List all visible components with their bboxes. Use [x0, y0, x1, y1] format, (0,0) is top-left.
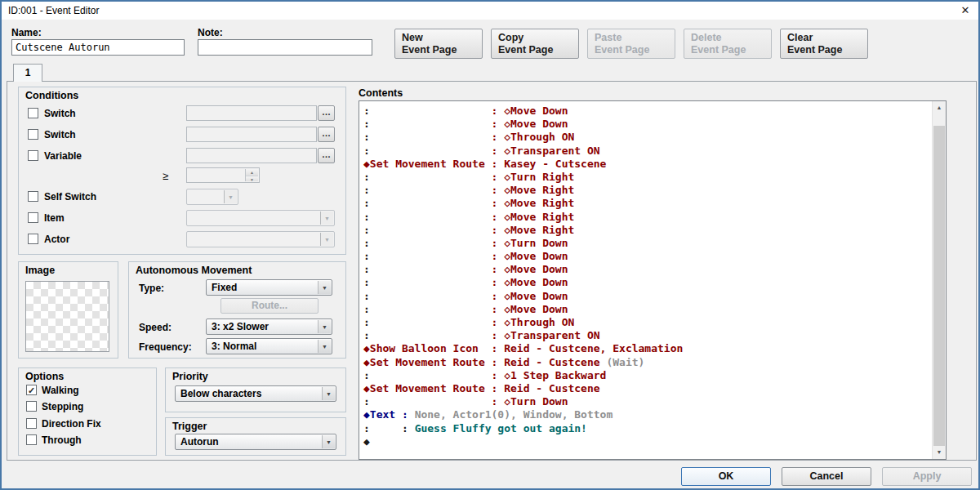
- item-select: ▼: [186, 210, 335, 226]
- movement-frequency-value: 3: Normal: [212, 341, 256, 352]
- button-label: Delete: [691, 32, 771, 44]
- new-event-page-button[interactable]: New Event Page: [394, 29, 483, 59]
- priority-value: Below characters: [180, 388, 261, 399]
- spin-down-icon[interactable]: ▼: [246, 176, 258, 182]
- through-label: Through: [42, 434, 82, 446]
- button-label: New: [402, 32, 482, 44]
- copy-event-page-button[interactable]: Copy Event Page: [491, 29, 579, 59]
- movement-frequency-select[interactable]: 3: Normal ▼: [206, 338, 332, 354]
- walking-label: Walking: [42, 385, 79, 396]
- stepping-label: Stepping: [42, 401, 83, 412]
- self-switch-select: ▼: [186, 189, 238, 205]
- switch2-checkbox[interactable]: [28, 129, 38, 140]
- movement-type-value: Fixed: [212, 282, 237, 293]
- variable-value-spinner[interactable]: ▲ ▼: [186, 167, 260, 183]
- event-command-row[interactable]: : : ◇Move Down: [363, 250, 930, 263]
- button-label: Copy: [498, 32, 578, 44]
- priority-title: Priority: [172, 371, 208, 382]
- event-command-row[interactable]: : : ◇Transparent ON: [363, 329, 930, 342]
- variable-browse-button[interactable]: …: [318, 148, 335, 163]
- clear-event-page-button[interactable]: Clear Event Page: [780, 29, 868, 59]
- paste-event-page-button: Paste Event Page: [587, 29, 675, 59]
- priority-select[interactable]: Below characters ▼: [175, 385, 336, 402]
- event-command-row[interactable]: : : ◇Move Right: [363, 184, 930, 197]
- direction-fix-label: Direction Fix: [42, 418, 101, 430]
- variable-field: [186, 148, 317, 163]
- chevron-down-icon: ▼: [318, 281, 331, 294]
- actor-checkbox[interactable]: [28, 234, 38, 244]
- through-checkbox[interactable]: [26, 434, 37, 445]
- chevron-down-icon: ▼: [322, 387, 335, 400]
- switch1-browse-button[interactable]: …: [318, 105, 335, 121]
- event-command-row[interactable]: ◆Set Movement Route : Kasey - Cutscene: [363, 158, 930, 171]
- button-label: Event Page: [498, 44, 578, 56]
- switch1-field: [186, 105, 317, 121]
- titlebar: ID:001 - Event Editor ✕: [2, 2, 978, 20]
- tab-page-1[interactable]: 1: [13, 64, 42, 82]
- spin-up-icon[interactable]: ▲: [246, 169, 258, 176]
- event-command-row[interactable]: ◆: [363, 435, 930, 448]
- event-command-row[interactable]: : : ◇Turn Down: [363, 237, 930, 250]
- event-command-row[interactable]: : : ◇Turn Right: [363, 171, 930, 184]
- event-editor-window: ID:001 - Event Editor ✕ Name: Note: New …: [0, 0, 980, 490]
- close-icon[interactable]: ✕: [954, 2, 977, 20]
- event-command-row[interactable]: : : ◇Turn Down: [363, 395, 930, 408]
- chevron-down-icon: ▼: [318, 340, 331, 353]
- self-switch-checkbox[interactable]: [28, 191, 38, 202]
- spinner-buttons: ▲ ▼: [245, 169, 258, 181]
- event-command-row[interactable]: : : ◇Move Right: [363, 211, 930, 224]
- event-command-row[interactable]: : : ◇Through ON: [363, 316, 930, 329]
- event-command-row[interactable]: : : ◇Transparent ON: [363, 145, 930, 158]
- scrollbar-thumb[interactable]: [933, 126, 945, 446]
- event-command-row[interactable]: : : ◇Move Down: [363, 263, 930, 276]
- switch2-browse-button[interactable]: …: [318, 127, 335, 142]
- contents-title: Contents: [359, 87, 403, 99]
- event-command-row[interactable]: : : ◇1 Step Backward: [363, 369, 930, 382]
- event-command-row[interactable]: : : ◇Through ON: [363, 131, 930, 144]
- event-command-row[interactable]: : : ◇Move Down: [363, 303, 930, 316]
- button-label: Event Page: [402, 44, 482, 56]
- apply-button: Apply: [882, 467, 972, 486]
- walking-checkbox[interactable]: ✓: [26, 385, 37, 395]
- direction-fix-checkbox[interactable]: [26, 418, 37, 429]
- event-command-row[interactable]: : : ◇Move Down: [363, 276, 930, 289]
- variable-label: Variable: [44, 150, 82, 162]
- note-input[interactable]: [198, 39, 372, 56]
- event-command-row[interactable]: : : ◇Move Right: [363, 197, 930, 210]
- trigger-select[interactable]: Autorun ▼: [175, 434, 336, 450]
- event-command-row[interactable]: : : Guess Fluffy got out again!: [363, 422, 930, 435]
- variable-checkbox[interactable]: [28, 150, 38, 161]
- switch1-checkbox[interactable]: [28, 108, 38, 118]
- movement-type-select[interactable]: Fixed ▼: [206, 279, 332, 296]
- scroll-down-icon[interactable]: ▼: [933, 446, 946, 459]
- item-checkbox[interactable]: [28, 212, 38, 223]
- event-command-row[interactable]: ◆Text : None, Actor1(0), Window, Bottom: [363, 408, 930, 421]
- autonomous-movement-title: Autonomous Movement: [136, 265, 252, 276]
- button-label: Event Page: [691, 44, 771, 56]
- scroll-up-icon[interactable]: ▲: [933, 101, 946, 114]
- frequency-label: Frequency:: [139, 341, 192, 353]
- ok-button[interactable]: OK: [681, 467, 771, 486]
- actor-select: ▼: [186, 231, 335, 247]
- event-command-row[interactable]: ◆Set Movement Route : Reid - Custcene (W…: [363, 356, 930, 369]
- event-image-picker[interactable]: [25, 281, 109, 352]
- event-command-row[interactable]: : : ◇Move Right: [363, 224, 930, 237]
- event-command-row[interactable]: ◆Set Movement Route : Reid - Custcene: [363, 382, 930, 395]
- contents-scrollbar[interactable]: ▲ ▼: [932, 101, 946, 459]
- chevron-down-icon: ▼: [320, 212, 333, 225]
- event-command-row[interactable]: : : ◇Move Down: [363, 105, 930, 118]
- movement-speed-select[interactable]: 3: x2 Slower ▼: [206, 318, 332, 335]
- trigger-value: Autorun: [180, 436, 219, 448]
- cancel-button[interactable]: Cancel: [782, 467, 871, 486]
- button-label: Clear: [787, 32, 867, 44]
- self-switch-label: Self Switch: [44, 191, 96, 203]
- event-command-row[interactable]: : : ◇Move Down: [363, 290, 930, 303]
- event-command-row[interactable]: ◆Show Balloon Icon : Reid - Custcene, Ex…: [363, 342, 930, 355]
- contents-rows: : : ◇Move Down: : ◇Move Down: : ◇Through…: [363, 105, 930, 448]
- name-input[interactable]: [11, 39, 185, 56]
- delete-event-page-button: Delete Event Page: [684, 29, 772, 59]
- stepping-checkbox[interactable]: [26, 401, 37, 412]
- event-contents-list[interactable]: : : ◇Move Down: : ◇Move Down: : ◇Through…: [359, 100, 947, 460]
- event-command-row[interactable]: : : ◇Move Down: [363, 118, 930, 131]
- conditions-title: Conditions: [25, 90, 78, 101]
